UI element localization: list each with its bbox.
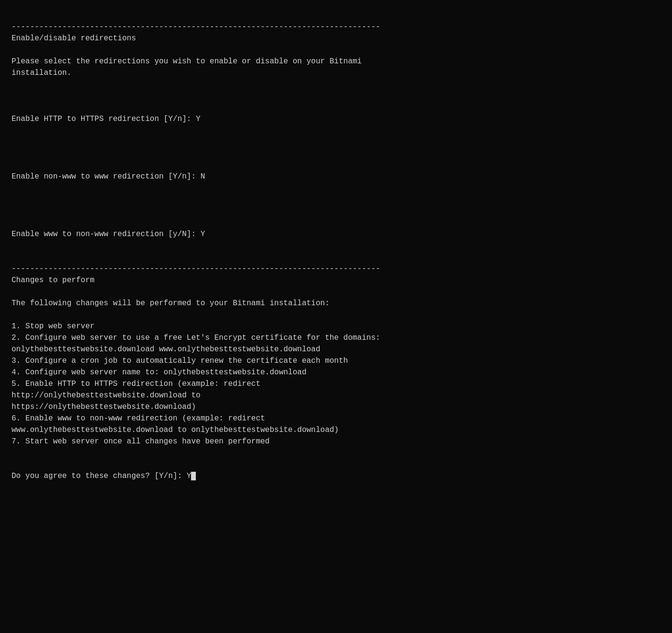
terminal-line: 1. Stop web server bbox=[12, 321, 660, 332]
terminal-output: ----------------------------------------… bbox=[12, 10, 660, 482]
terminal-cursor bbox=[191, 472, 196, 480]
terminal-line bbox=[12, 44, 660, 56]
terminal-line: ----------------------------------------… bbox=[12, 21, 660, 33]
terminal-line: 7. Start web server once all changes hav… bbox=[12, 436, 660, 447]
terminal-line bbox=[12, 136, 660, 148]
terminal-line: Please select the redirections you wish … bbox=[12, 56, 660, 67]
terminal-line: 2. Configure web server to use a free Le… bbox=[12, 332, 660, 344]
terminal-line: http://onlythebesttestwebsite.download t… bbox=[12, 390, 660, 401]
terminal-line bbox=[12, 309, 660, 321]
terminal-line bbox=[12, 251, 660, 263]
terminal-line: 5. Enable HTTP to HTTPS redirection (exa… bbox=[12, 378, 660, 390]
terminal-line bbox=[12, 447, 660, 459]
terminal-line: 6. Enable www to non-www redirection (ex… bbox=[12, 413, 660, 424]
terminal-line bbox=[12, 217, 660, 228]
terminal-line bbox=[12, 182, 660, 194]
terminal-line: 3. Configure a cron job to automatically… bbox=[12, 355, 660, 367]
terminal-line: onlythebesttestwebsite.download www.only… bbox=[12, 344, 660, 355]
terminal-line bbox=[12, 159, 660, 171]
terminal-line: installation. bbox=[12, 67, 660, 79]
terminal-line bbox=[12, 90, 660, 102]
terminal-line: Enable HTTP to HTTPS redirection [Y/n]: … bbox=[12, 113, 660, 125]
terminal-line bbox=[12, 79, 660, 90]
terminal-line: Enable/disable redirections bbox=[12, 33, 660, 44]
terminal-line bbox=[12, 148, 660, 159]
terminal-line bbox=[12, 459, 660, 470]
terminal-line: 4. Configure web server name to: onlythe… bbox=[12, 367, 660, 378]
terminal-line bbox=[12, 286, 660, 298]
terminal-line: Changes to perform bbox=[12, 275, 660, 286]
terminal-line: The following changes will be performed … bbox=[12, 298, 660, 309]
terminal-line: www.onlythebesttestwebsite.download to o… bbox=[12, 424, 660, 436]
terminal-line: ----------------------------------------… bbox=[12, 263, 660, 275]
terminal-line: Enable www to non-www redirection [y/N]:… bbox=[12, 228, 660, 240]
terminal-line bbox=[12, 240, 660, 251]
terminal-line bbox=[12, 205, 660, 217]
terminal-line bbox=[12, 194, 660, 205]
terminal-line: Enable non-www to www redirection [Y/n]:… bbox=[12, 171, 660, 182]
terminal-line bbox=[12, 125, 660, 136]
terminal-line: Do you agree to these changes? [Y/n]: Y bbox=[12, 470, 660, 482]
terminal-line bbox=[12, 102, 660, 113]
terminal-line: https://onlythebesttestwebsite.download) bbox=[12, 401, 660, 413]
